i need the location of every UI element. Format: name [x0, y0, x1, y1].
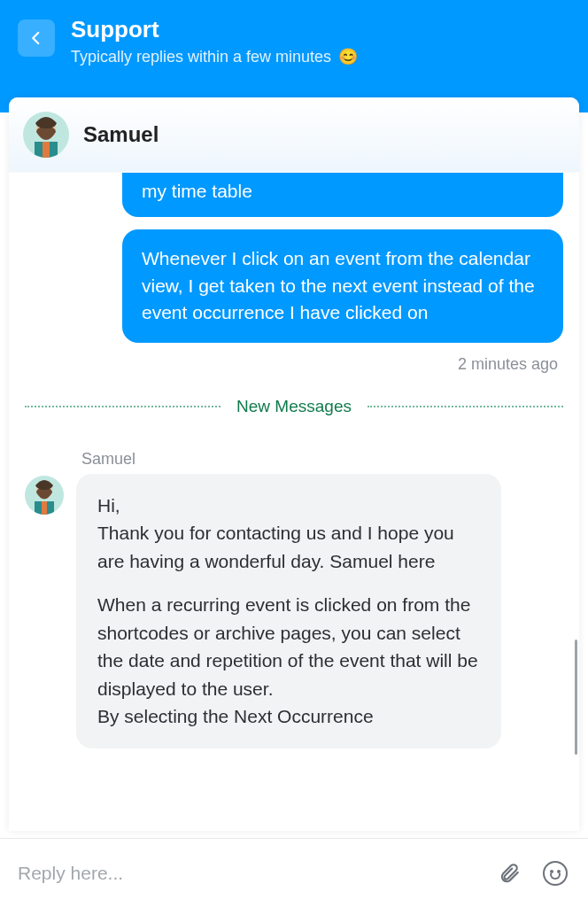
agent-message: Hi, Thank you for contacting us and I ho… [76, 474, 501, 748]
divider-label: New Messages [236, 397, 352, 416]
agent-message-row: Hi, Thank you for contacting us and I ho… [25, 474, 563, 748]
agent-sender-label: Samuel [81, 450, 563, 469]
paperclip-icon [498, 861, 521, 886]
chat-header: Support Typically replies within a few m… [0, 0, 588, 112]
agent-message-paragraph: Hi, Thank you for contacting us and I ho… [97, 492, 480, 576]
agent-bar: Samuel [9, 97, 579, 173]
chat-card: Samuel my time table Whenever I click on… [9, 97, 579, 831]
message-timestamp: 2 minutes ago [25, 355, 558, 374]
header-title: Support [71, 16, 358, 43]
svg-rect-3 [43, 142, 50, 158]
chat-scroll-area[interactable]: my time table Whenever I click on an eve… [9, 173, 579, 831]
reply-input[interactable] [18, 863, 478, 884]
attachment-button[interactable] [494, 858, 524, 888]
header-subtitle: Typically replies within a few minutes 😊 [71, 47, 358, 66]
reply-bar [0, 838, 588, 907]
user-message: my time table [122, 173, 563, 217]
emoji-button[interactable] [540, 858, 570, 888]
divider-line [368, 406, 563, 407]
svg-rect-7 [42, 501, 47, 515]
new-messages-divider: New Messages [25, 397, 563, 416]
agent-avatar-small [25, 476, 64, 515]
divider-line [25, 406, 220, 407]
agent-name: Samuel [83, 122, 159, 147]
scrollbar-thumb[interactable] [575, 640, 577, 755]
agent-message-paragraph: When a recurring event is clicked on fro… [97, 591, 480, 731]
agent-avatar [23, 112, 69, 158]
chevron-left-icon [28, 27, 44, 49]
user-message: Whenever I click on an event from the ca… [122, 229, 563, 342]
subtitle-text: Typically replies within a few minutes [71, 48, 331, 66]
back-button[interactable] [18, 19, 55, 57]
smiley-icon [543, 861, 568, 886]
smile-emoji-icon: 😊 [338, 47, 358, 66]
